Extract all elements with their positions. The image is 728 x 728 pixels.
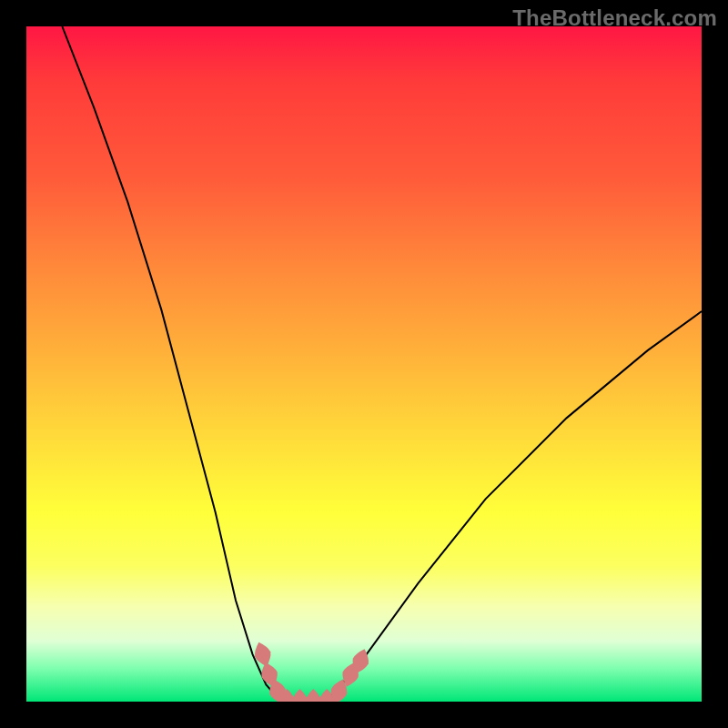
chart-svg [26, 26, 702, 702]
marker-lozenge [251, 640, 275, 669]
plot-area [26, 26, 702, 702]
marker-lozenge [292, 689, 308, 702]
chart-frame: TheBottleneck.com [0, 0, 728, 728]
watermark-text: TheBottleneck.com [512, 5, 717, 31]
marker-lozenge [305, 689, 321, 702]
curve-layer [26, 26, 702, 702]
bottleneck-curve [62, 26, 702, 702]
